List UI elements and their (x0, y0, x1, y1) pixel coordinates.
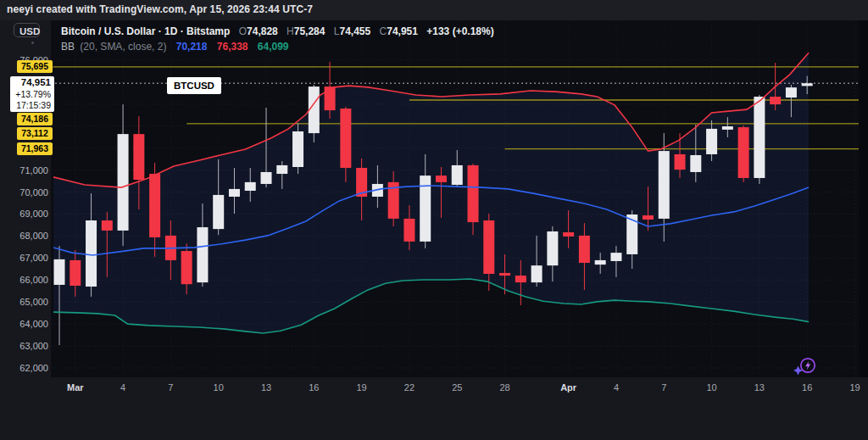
price-alert-pill: 75,695 (17, 60, 53, 73)
symbol-price-tag: BTCUSD (167, 77, 221, 94)
candle-body (452, 165, 463, 185)
price-tick-label: 68,000 (0, 231, 48, 241)
current-price-percent: +13.79% (10, 89, 51, 100)
candle-body (436, 175, 447, 182)
bb-lower-value: 64,099 (258, 41, 289, 53)
ohlc-close-label: C (380, 25, 387, 37)
time-tick-label: 25 (452, 382, 462, 393)
candle-body (245, 182, 256, 191)
indicator-params: (20, SMA, close, 2) (80, 41, 166, 53)
time-tick-label: Mar (67, 382, 84, 393)
time-tick-label: 10 (214, 382, 224, 393)
candle-body (610, 253, 621, 261)
candle-body (499, 273, 510, 276)
time-tick-label: 13 (754, 382, 765, 393)
candle-body (515, 276, 526, 282)
candle-body (754, 97, 765, 178)
candle-body (595, 260, 606, 265)
candle-body (276, 165, 287, 174)
price-tick-label: 64,000 (0, 319, 48, 329)
ohlc-high-value: 75,284 (294, 25, 326, 37)
time-tick-label: 7 (661, 382, 666, 393)
time-tick-label: 13 (261, 382, 271, 393)
candle-body (547, 231, 558, 265)
candle-body (722, 126, 733, 130)
change-value: +133 (+0.18%) (426, 25, 493, 37)
price-alert-pill: 73,112 (17, 127, 53, 140)
footer-bar: TradingView (0, 398, 868, 440)
candle-body (690, 155, 701, 172)
price-tick-label: 67,000 (0, 253, 48, 263)
ohlc-close-value: 74,951 (387, 25, 418, 37)
ohlc-open-label: O (239, 25, 247, 37)
candle-body (675, 154, 686, 170)
right-margin (859, 20, 868, 377)
candle-body (770, 97, 781, 104)
time-tick-label: Apr (560, 382, 576, 393)
toolbar-dot (31, 42, 34, 44)
ohlc-high-label: H (287, 25, 294, 37)
current-price-label: 74,951 +13.79% 17:15:39 (10, 76, 54, 112)
current-price-time: 17:15:39 (10, 100, 51, 111)
current-price-value: 74,951 (10, 76, 51, 89)
time-tick-label: 16 (802, 382, 812, 393)
price-tick-label: 65,000 (0, 297, 48, 307)
symbol-title: Bitcoin / U.S. Dollar · 1D · Bitstamp (61, 25, 230, 37)
bb-basis-value: 70,218 (176, 41, 208, 53)
price-alert-pill: 71,963 (17, 142, 53, 155)
time-tick-label: 22 (404, 382, 415, 393)
candle-body (54, 259, 65, 285)
legend-symbol-row[interactable]: Bitcoin / U.S. Dollar · 1D · Bitstamp O7… (61, 25, 494, 37)
candle-body (468, 165, 479, 222)
candle-body (292, 131, 303, 167)
candle-body (118, 134, 129, 231)
candle-body (102, 220, 113, 231)
ohlc-low-label: L (334, 25, 340, 37)
candle-body (149, 174, 160, 237)
time-tick-label: 4 (120, 382, 125, 393)
candle-body (531, 265, 542, 282)
ohlc-open-value: 74,828 (247, 25, 278, 37)
price-tick-label: 70,000 (0, 187, 48, 198)
candle-body (802, 83, 813, 86)
time-tick-label: 16 (309, 382, 319, 393)
candle-body (181, 251, 192, 284)
bb-upper-value: 76,338 (217, 41, 248, 53)
ohlc-low-value: 74,455 (340, 25, 371, 37)
candle-body (643, 215, 654, 220)
price-tick-label: 69,000 (0, 209, 48, 219)
price-alert-pill: 74,186 (17, 113, 53, 125)
legend-indicator-row[interactable]: BB (20, SMA, close, 2) 70,218 76,338 64,… (61, 41, 494, 53)
candle-body (403, 219, 415, 242)
currency-toggle-button[interactable]: USD (14, 23, 40, 37)
candle-body (133, 134, 144, 180)
candle-body (579, 236, 590, 263)
candle-body (563, 232, 574, 237)
candle-body (340, 109, 351, 168)
time-tick-label: 10 (706, 382, 716, 393)
candle-body (197, 227, 208, 282)
candle-body (70, 260, 81, 286)
candle-body (659, 151, 670, 219)
candle-body (229, 189, 240, 197)
candle-body (738, 127, 749, 178)
time-tick-label: 7 (168, 382, 173, 393)
lightning-icon (805, 361, 810, 370)
candle-body (786, 87, 797, 97)
price-tick-label: 71,000 (0, 165, 48, 175)
time-tick-label: 19 (357, 382, 367, 393)
time-tick-label: 19 (849, 382, 860, 393)
price-tick-label: 62,000 (0, 363, 48, 373)
chart-legend: Bitcoin / U.S. Dollar · 1D · Bitstamp O7… (61, 25, 494, 53)
time-tick-label: 28 (499, 382, 509, 393)
time-tick-label: 4 (614, 382, 619, 393)
boost-button[interactable] (790, 354, 819, 378)
candle-body (86, 220, 97, 287)
candle-body (483, 220, 494, 274)
indicator-name: BB (61, 41, 75, 53)
price-tick-label: 63,000 (0, 341, 48, 351)
candle-body (261, 172, 272, 184)
candle-body (213, 195, 224, 229)
chart-canvas[interactable] (0, 0, 868, 440)
candle-body (706, 129, 717, 154)
